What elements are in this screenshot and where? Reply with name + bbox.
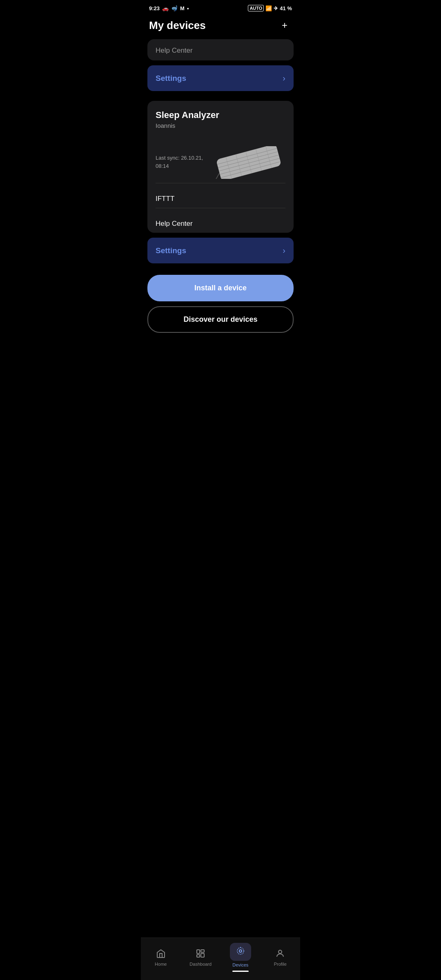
status-left: 9:23 🚗 🤿 M • bbox=[149, 5, 189, 11]
card-divider-1 bbox=[156, 183, 285, 183]
settings-button-1[interactable]: Settings › bbox=[147, 65, 294, 91]
settings-button-2[interactable]: Settings › bbox=[147, 238, 294, 263]
settings-label-2: Settings bbox=[156, 246, 186, 255]
page-header: My devices + bbox=[141, 15, 300, 39]
battery-label: 41 % bbox=[280, 5, 292, 11]
device-user: Ioannis bbox=[156, 122, 285, 129]
install-device-button[interactable]: Install a device bbox=[147, 275, 294, 301]
sleep-analyzer-card: Sleep Analyzer Ioannis Last sync: 26.10.… bbox=[147, 101, 294, 233]
time-label: 9:23 bbox=[149, 5, 160, 11]
scroll-content: Help Center Settings › Sleep Analyzer Io… bbox=[141, 39, 300, 381]
wifi-icon: 📶 bbox=[265, 5, 272, 11]
device-image-area: Last sync: 26.10.21,08:14 bbox=[156, 134, 285, 183]
help-center-menu-item[interactable]: Help Center bbox=[156, 215, 285, 233]
airplane-icon: ✈ bbox=[274, 5, 278, 11]
last-sync-text: Last sync: 26.10.21,08:14 bbox=[156, 155, 203, 169]
settings-label-1: Settings bbox=[156, 74, 186, 83]
auto-icon: AUTO bbox=[248, 5, 264, 11]
sleep-pad-image bbox=[208, 146, 290, 179]
help-center-partial-text: Help Center bbox=[156, 47, 193, 54]
discover-devices-button[interactable]: Discover our devices bbox=[147, 306, 294, 333]
car-icon: 🚗 bbox=[162, 5, 169, 11]
chevron-icon-1: › bbox=[283, 74, 285, 83]
device-name: Sleep Analyzer bbox=[156, 110, 285, 120]
ifttt-menu-item[interactable]: IFTTT bbox=[156, 190, 285, 208]
status-bar: 9:23 🚗 🤿 M • AUTO 📶 ✈ 41 % bbox=[141, 0, 300, 15]
dot-icon: • bbox=[187, 5, 189, 11]
chevron-icon-2: › bbox=[283, 246, 285, 255]
help-center-partial-card: Help Center bbox=[147, 39, 294, 60]
status-right: AUTO 📶 ✈ 41 % bbox=[248, 5, 292, 11]
card-divider-2 bbox=[156, 208, 285, 208]
mail-icon: M bbox=[180, 5, 185, 11]
page-title: My devices bbox=[149, 19, 206, 32]
last-sync-left: Last sync: 26.10.21,08:14 bbox=[156, 154, 203, 170]
add-device-button[interactable]: + bbox=[277, 18, 292, 33]
person-icon: 🤿 bbox=[171, 5, 178, 11]
